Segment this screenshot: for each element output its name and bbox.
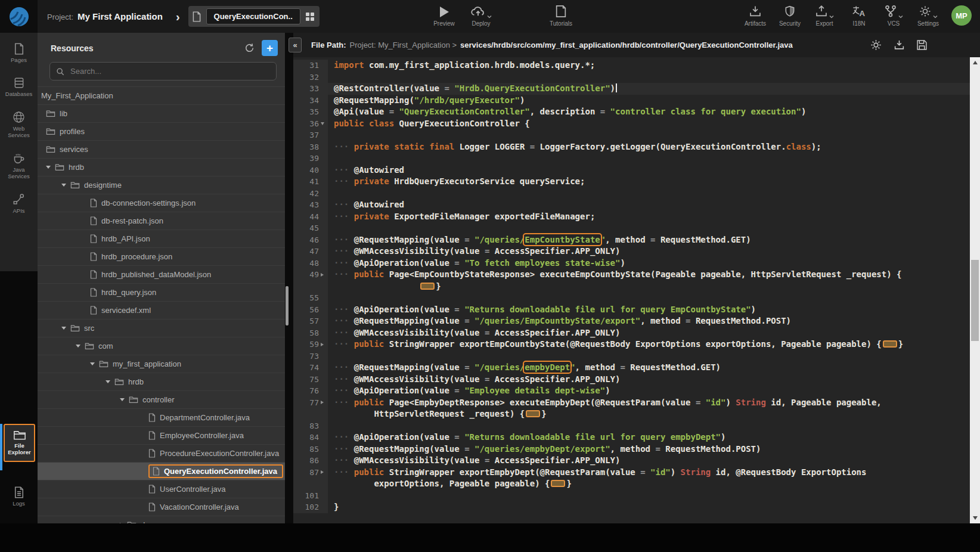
code-text[interactable]: ··· public Page<EmpCountbyStateResponse>… <box>328 269 970 281</box>
tree-item[interactable]: hrdb_published_dataModel.json <box>38 266 285 284</box>
tree-item[interactable]: com <box>38 337 285 355</box>
code-text[interactable]: HttpServletRequest _request) {} <box>328 408 970 420</box>
rail-item-logs[interactable]: Logs <box>0 480 38 514</box>
add-resource-button[interactable]: + <box>262 40 278 56</box>
code-text[interactable]: ··· @RequestMapping(value = "/queries/em… <box>328 362 970 374</box>
code-text[interactable] <box>328 188 970 200</box>
export-button[interactable]: Export <box>808 4 841 27</box>
tree-item[interactable]: hrdb <box>38 373 285 391</box>
folded-code-widget[interactable] <box>526 410 540 417</box>
code-line[interactable]: } <box>293 281 970 293</box>
code-line[interactable]: 84··· @ApiOperation(value = "Returns dow… <box>293 432 970 444</box>
folded-code-widget[interactable] <box>420 283 435 290</box>
fold-toggle-icon[interactable] <box>321 401 324 404</box>
tree-item[interactable]: dao <box>38 516 285 523</box>
code-line[interactable]: 57··· @RequestMapping(value = "/queries/… <box>293 315 970 327</box>
code-text[interactable]: ··· @WMAccessVisibility(value = AccessSp… <box>328 246 970 258</box>
rail-item-databases[interactable]: Databases <box>0 70 38 104</box>
code-line[interactable]: 73 <box>293 351 970 362</box>
code-line[interactable]: 36public class QueryExecutionController … <box>293 118 970 130</box>
tree-item[interactable]: ProcedureExecutionController.java <box>38 445 285 463</box>
code-line[interactable]: 37 <box>293 129 970 141</box>
security-button[interactable]: Security <box>774 4 806 27</box>
code-line[interactable]: 35@Api(value = "QueryExecutionController… <box>293 106 970 118</box>
vcs-button[interactable]: VCS <box>877 4 910 27</box>
code-text[interactable] <box>328 490 970 502</box>
code-line[interactable]: 34@RequestMapping("/hrdb/queryExecutor") <box>293 95 970 107</box>
fold-toggle-icon[interactable] <box>321 470 324 474</box>
code-text[interactable]: ··· @Autowired <box>328 165 970 176</box>
tree-item[interactable]: VacationController.java <box>38 498 285 516</box>
code-text[interactable]: @RequestMapping("/hrdb/queryExecutor") <box>328 95 970 107</box>
code-line[interactable]: 31import com.my_first_application.hrdb.m… <box>293 60 970 72</box>
tree-item[interactable]: EmployeeController.java <box>38 427 285 445</box>
code-text[interactable]: ··· public StringWrapper exportEmpbyDept… <box>328 467 970 479</box>
code-text[interactable] <box>328 153 970 165</box>
code-line[interactable]: 38··· private static final Logger LOGGER… <box>293 141 970 153</box>
code-text[interactable]: exportOptions, Pageable pageable) {} <box>328 478 970 490</box>
code-line[interactable]: 56··· @ApiOperation(value = "Returns dow… <box>293 304 970 316</box>
tree-item[interactable]: hrdb <box>38 159 285 176</box>
save-file-button[interactable] <box>916 39 928 51</box>
code-line[interactable]: 74··· @RequestMapping(value = "/queries/… <box>293 362 970 374</box>
tree-item[interactable]: src <box>38 320 285 337</box>
code-line[interactable]: 77··· public Page<EmpbyDeptResponse> exe… <box>293 397 970 409</box>
code-line[interactable]: 102} <box>293 501 970 513</box>
code-text[interactable]: ··· private ExportedFileManager exported… <box>328 211 970 223</box>
code-line[interactable]: 42 <box>293 188 970 200</box>
code-text[interactable]: ··· @ApiOperation(value = "Returns downl… <box>328 432 970 444</box>
code-line[interactable]: 33@RestController(value = "Hrdb.QueryExe… <box>293 83 970 95</box>
code-text[interactable]: public class QueryExecutionController { <box>328 118 970 130</box>
tree-item[interactable]: hrdb_API.json <box>38 230 285 248</box>
tree-item[interactable]: QueryExecutionController.java <box>38 463 285 480</box>
code-text[interactable]: ··· @RequestMapping(value = "/queries/em… <box>328 444 970 455</box>
code-text[interactable]: ··· @WMAccessVisibility(value = AccessSp… <box>328 327 970 339</box>
caret-down-icon[interactable] <box>106 380 110 383</box>
caret-down-icon[interactable] <box>61 184 66 187</box>
folded-code-widget[interactable] <box>551 480 565 487</box>
code-text[interactable]: ··· public Page<EmpbyDeptResponse> execu… <box>328 397 970 409</box>
code-text[interactable]: } <box>328 281 970 293</box>
tree-item[interactable]: my_first_application <box>38 355 285 373</box>
tree-item[interactable]: UserController.java <box>38 480 285 498</box>
tree-item[interactable]: controller <box>38 391 285 409</box>
code-text[interactable]: @RestController(value = "Hrdb.QueryExecu… <box>328 83 970 95</box>
caret-down-icon[interactable] <box>90 362 95 365</box>
tree-item[interactable]: hrdb_procedure.json <box>38 248 285 266</box>
code-line[interactable]: 87··· public StringWrapper exportEmpbyDe… <box>293 467 970 479</box>
tree-item[interactable]: services <box>38 141 285 159</box>
code-line[interactable]: 58··· @WMAccessVisibility(value = Access… <box>293 327 970 339</box>
scroll-down-arrow[interactable] <box>970 514 980 522</box>
rail-item-pages[interactable]: Pages <box>0 36 38 70</box>
code-line[interactable]: 39 <box>293 153 970 165</box>
code-line[interactable]: 59··· public StringWrapper exportEmpCoun… <box>293 339 970 351</box>
download-file-button[interactable] <box>894 39 905 51</box>
code-line[interactable]: 48··· @ApiOperation(value = "To fetch em… <box>293 258 970 269</box>
code-line[interactable]: 75··· @WMAccessVisibility(value = Access… <box>293 374 970 386</box>
scroll-up-arrow[interactable] <box>970 58 980 67</box>
code-line[interactable]: 55 <box>293 292 970 304</box>
code-line[interactable]: 32 <box>293 72 970 83</box>
code-line[interactable]: 101 <box>293 490 970 502</box>
code-text[interactable] <box>328 292 970 304</box>
caret-down-icon[interactable] <box>120 398 125 401</box>
tree-item[interactable]: db-connection-settings.json <box>38 194 285 212</box>
brand-logo[interactable] <box>0 0 38 33</box>
code-line[interactable]: 46··· @RequestMapping(value = "/queries/… <box>293 234 970 246</box>
caret-down-icon[interactable] <box>46 166 51 169</box>
rail-item-apis[interactable]: APIs <box>0 187 38 221</box>
code-text[interactable]: ··· @RequestMapping(value = "/queries/Em… <box>328 234 970 246</box>
code-content[interactable]: 31import com.my_first_application.hrdb.m… <box>293 60 970 513</box>
tutorials-button[interactable]: Tutorials <box>542 4 579 27</box>
code-text[interactable]: ··· @ApiOperation(value = "Employee deta… <box>328 385 970 397</box>
code-text[interactable]: ··· private static final Logger LOGGER =… <box>328 141 970 153</box>
code-text[interactable] <box>328 351 970 362</box>
code-text[interactable]: ··· @WMAccessVisibility(value = AccessSp… <box>328 374 970 386</box>
search-input[interactable] <box>69 66 270 76</box>
code-line[interactable]: 44··· private ExportedFileManager export… <box>293 211 970 223</box>
code-line[interactable]: 49··· public Page<EmpCountbyStateRespons… <box>293 269 970 281</box>
code-text[interactable]: ··· @WMAccessVisibility(value = AccessSp… <box>328 455 970 467</box>
fold-toggle-icon[interactable] <box>321 122 324 125</box>
tree-item[interactable]: DepartmentController.java <box>38 409 285 427</box>
code-line[interactable]: 86··· @WMAccessVisibility(value = Access… <box>293 455 970 467</box>
